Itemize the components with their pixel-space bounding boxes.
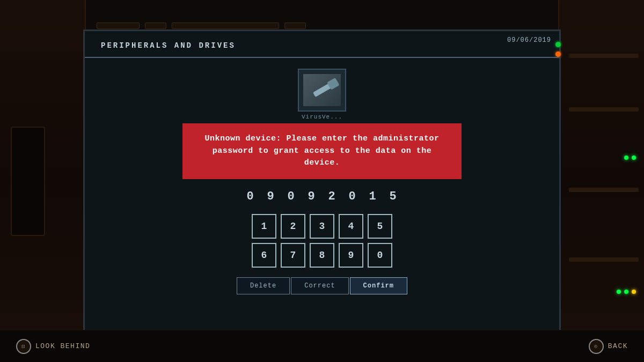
pwd-digit-7: 1 — [368, 190, 378, 203]
numpad-btn-8[interactable]: 8 — [310, 243, 334, 268]
back-nav[interactable]: ⊙ BACK — [589, 339, 628, 354]
pwd-digit-2: 9 — [266, 190, 276, 203]
look-behind-label: LOOK BEHIND — [35, 342, 90, 350]
led-green-3 — [617, 290, 621, 294]
top-segment-2 — [145, 23, 166, 29]
right-wall-panel — [558, 0, 644, 362]
pwd-digit-6: 0 — [348, 190, 357, 203]
password-display: 0 9 0 9 2 0 1 5 — [246, 190, 398, 203]
led-green-2 — [632, 156, 636, 160]
led-group-2 — [617, 290, 636, 294]
device-icon — [303, 74, 341, 106]
bottom-nav-bar: ⊡ LOOK BEHIND ⊙ BACK — [0, 330, 644, 362]
pwd-digit-1: 0 — [246, 190, 255, 203]
numpad-btn-9[interactable]: 9 — [339, 243, 363, 268]
led-yellow-1 — [632, 290, 636, 294]
left-wall-panel — [0, 0, 86, 362]
pwd-digit-5: 2 — [327, 190, 337, 203]
back-label: BACK — [608, 342, 628, 350]
device-label: VirusVe... — [302, 114, 342, 120]
shelf-3 — [569, 188, 639, 192]
shelf-4 — [569, 257, 639, 262]
led-group-1 — [624, 156, 636, 160]
numpad-btn-4[interactable]: 4 — [339, 214, 363, 239]
numpad-btn-2[interactable]: 2 — [281, 214, 305, 239]
top-segment-3 — [172, 23, 279, 29]
confirm-button[interactable]: Confirm — [350, 277, 407, 294]
monitor-header: PERIPHERALS AND DRIVES — [85, 31, 559, 58]
shelf-2 — [569, 107, 639, 112]
alert-box: Unknown device: Please enter the adminis… — [182, 123, 462, 179]
monitor-screen: 09/06/2019 PERIPHERALS AND DRIVES VirusV… — [83, 29, 561, 333]
numpad-btn-5[interactable]: 5 — [368, 214, 392, 239]
pwd-digit-4: 9 — [307, 190, 317, 203]
shelf-1 — [569, 54, 639, 58]
look-behind-nav[interactable]: ⊡ LOOK BEHIND — [16, 339, 90, 354]
numpad-btn-3[interactable]: 3 — [310, 214, 334, 239]
numpad-btn-6[interactable]: 6 — [252, 243, 276, 268]
alert-message: Unknown device: Please enter the adminis… — [204, 134, 439, 167]
pwd-digit-3: 0 — [287, 190, 296, 203]
usb-drive-icon — [312, 83, 331, 97]
top-segment-4 — [284, 23, 306, 29]
numpad-row-2: 6 7 8 9 0 — [252, 243, 392, 268]
numpad-btn-0[interactable]: 0 — [368, 243, 392, 268]
top-segment-1 — [97, 23, 140, 29]
correct-button[interactable]: Correct — [291, 277, 348, 294]
numpad: 1 2 3 4 5 6 7 8 9 0 — [252, 214, 392, 268]
device-icon-wrapper — [298, 69, 346, 112]
led-green-4 — [624, 290, 628, 294]
monitor-content: VirusVe... Unknown device: Please enter … — [85, 58, 559, 331]
back-icon: ⊙ — [589, 339, 604, 354]
numpad-btn-1[interactable]: 1 — [252, 214, 276, 239]
monitor-title: PERIPHERALS AND DRIVES — [101, 41, 236, 50]
action-buttons: Delete Correct Confirm — [237, 277, 407, 294]
numpad-btn-7[interactable]: 7 — [281, 243, 305, 268]
pwd-digit-8: 5 — [389, 190, 398, 203]
led-green-1 — [624, 156, 628, 160]
look-behind-icon: ⊡ — [16, 339, 31, 354]
numpad-row-1: 1 2 3 4 5 — [252, 214, 392, 239]
top-bar — [86, 0, 558, 32]
delete-button[interactable]: Delete — [237, 277, 290, 294]
